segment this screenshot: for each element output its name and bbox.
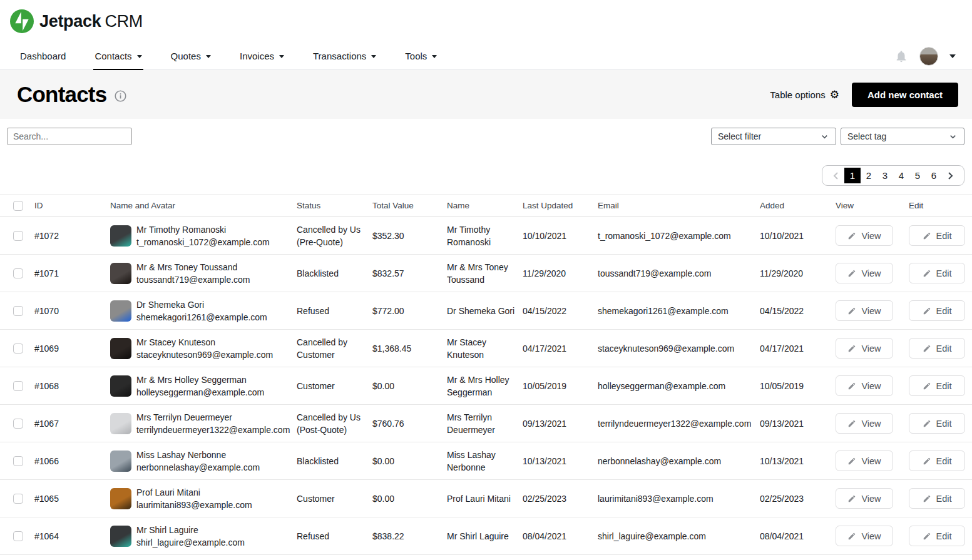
contact-last-updated: 09/13/2021	[523, 417, 598, 430]
row-checkbox[interactable]	[13, 494, 23, 504]
user-avatar[interactable]	[919, 47, 938, 66]
edit-button[interactable]: Edit	[909, 413, 965, 434]
edit-button-label: Edit	[936, 268, 952, 278]
row-checkbox[interactable]	[13, 456, 23, 466]
edit-cell: Edit	[909, 488, 972, 509]
row-checkbox[interactable]	[13, 268, 23, 278]
nav-item-label: Dashboard	[20, 51, 66, 61]
view-button[interactable]: View	[836, 225, 893, 246]
edit-button[interactable]: Edit	[909, 526, 965, 546]
notifications-bell-icon[interactable]	[894, 49, 908, 63]
contact-status: Cancelled by Customer	[297, 336, 372, 361]
contact-display-name[interactable]: Prof Lauri Mitani	[136, 486, 252, 499]
edit-button[interactable]: Edit	[909, 338, 965, 359]
contact-display-name[interactable]: Mr & Mrs Toney Toussand	[136, 261, 250, 273]
contact-email-inline[interactable]: shirl_laguire@example.com	[136, 536, 245, 549]
contact-email-inline[interactable]: toussandt719@example.com	[136, 273, 250, 286]
contact-avatar[interactable]	[110, 451, 131, 472]
row-checkbox[interactable]	[13, 381, 23, 391]
row-checkbox[interactable]	[13, 231, 23, 241]
pagination-page-3[interactable]: 3	[877, 168, 893, 183]
contact-display-name[interactable]: Mr Timothy Romanoski	[136, 223, 270, 236]
edit-button[interactable]: Edit	[909, 488, 965, 509]
contact-email-inline[interactable]: shemekagori1261@example.com	[136, 311, 267, 323]
tag-select[interactable]: Select tag	[841, 128, 964, 145]
contact-avatar[interactable]	[110, 225, 131, 247]
info-icon[interactable]	[115, 90, 126, 102]
contact-name-lines: Miss Lashay Nerbonnenerbonnelashay@examp…	[136, 449, 260, 474]
view-button[interactable]: View	[836, 526, 893, 546]
contact-email-inline[interactable]: laurimitani893@example.com	[136, 499, 252, 511]
add-new-contact-button[interactable]: Add new contact	[852, 83, 958, 107]
contact-avatar[interactable]	[110, 338, 131, 359]
contact-display-name[interactable]: Mr Stacey Knuteson	[136, 336, 273, 349]
col-header-name: Name	[447, 200, 523, 212]
view-button[interactable]: View	[836, 488, 893, 509]
contact-display-name[interactable]: Mrs Terrilyn Deuermeyer	[136, 411, 290, 424]
user-menu-caret-icon[interactable]	[949, 54, 956, 58]
jetpack-crm-logo[interactable]: JetpackCRM	[10, 9, 143, 33]
contact-email-inline[interactable]: staceyknuteson969@example.com	[136, 349, 273, 361]
contact-avatar[interactable]	[110, 526, 131, 547]
contact-email-inline[interactable]: t_romanoski_1072@example.com	[136, 236, 270, 248]
contact-total-value: $832.57	[372, 267, 447, 280]
edit-cell: Edit	[909, 263, 972, 283]
pagination-page-6[interactable]: 6	[926, 168, 942, 183]
pagination-page-2[interactable]: 2	[861, 168, 877, 183]
filter-select[interactable]: Select filter	[711, 128, 836, 145]
view-button[interactable]: View	[836, 375, 893, 396]
row-checkbox[interactable]	[13, 344, 23, 354]
contact-display-name[interactable]: Mr & Mrs Holley Seggerman	[136, 374, 264, 386]
contact-id: #1067	[34, 417, 110, 430]
contact-email-inline[interactable]: nerbonnelashay@example.com	[136, 461, 260, 474]
contact-name: Mrs Terrilyn Deuermeyer	[447, 411, 523, 436]
contact-avatar[interactable]	[110, 263, 131, 284]
contact-display-name[interactable]: Dr Shemeka Gori	[136, 298, 267, 311]
nav-item-contacts[interactable]: Contacts	[93, 43, 143, 70]
view-button[interactable]: View	[836, 263, 893, 283]
contact-name: Miss Lashay Nerbonne	[447, 449, 523, 474]
edit-button[interactable]: Edit	[909, 375, 965, 396]
table-options-button[interactable]: Table options ⚙	[770, 89, 839, 100]
contact-display-name[interactable]: Mr Shirl Laguire	[136, 524, 245, 536]
edit-button[interactable]: Edit	[909, 225, 965, 246]
view-button-label: View	[861, 419, 881, 429]
contact-total-value: $352.30	[372, 230, 447, 242]
row-checkbox[interactable]	[13, 419, 23, 429]
pencil-icon	[847, 307, 856, 315]
edit-button[interactable]: Edit	[909, 451, 965, 471]
contact-display-name[interactable]: Miss Lashay Nerbonne	[136, 449, 260, 461]
pagination-page-4[interactable]: 4	[893, 168, 909, 183]
contact-email-inline[interactable]: holleyseggerman@example.com	[136, 386, 264, 399]
contact-avatar[interactable]	[110, 375, 131, 397]
nav-item-invoices[interactable]: Invoices	[238, 43, 285, 69]
pagination-page-5[interactable]: 5	[909, 168, 926, 183]
chevron-down-icon	[137, 55, 142, 58]
nav-item-quotes[interactable]: Quotes	[170, 43, 212, 69]
contact-avatar[interactable]	[110, 413, 131, 434]
contact-avatar[interactable]	[110, 488, 131, 509]
contact-avatar[interactable]	[110, 300, 131, 322]
select-all-checkbox[interactable]	[13, 201, 23, 211]
edit-button[interactable]: Edit	[909, 300, 965, 321]
pagination-prev-icon[interactable]	[828, 168, 844, 183]
nav-item-dashboard[interactable]: Dashboard	[19, 43, 67, 69]
table-body: #1072Mr Timothy Romanoskit_romanoski_107…	[0, 217, 972, 555]
view-button[interactable]: View	[836, 300, 893, 321]
row-checkbox[interactable]	[13, 306, 23, 316]
row-checkbox[interactable]	[13, 531, 23, 541]
nav-item-transactions[interactable]: Transactions	[312, 43, 377, 69]
view-button[interactable]: View	[836, 451, 893, 471]
contact-name-avatar-cell: Mr Timothy Romanoskit_romanoski_1072@exa…	[110, 223, 297, 248]
nav-item-tools[interactable]: Tools	[404, 43, 438, 69]
edit-button[interactable]: Edit	[909, 263, 965, 283]
pagination-next-icon[interactable]	[942, 168, 958, 183]
contact-added: 10/13/2021	[760, 455, 836, 467]
search-input[interactable]	[7, 128, 132, 145]
contact-email-inline[interactable]: terrilyndeuermeyer1322@example.com	[136, 424, 290, 436]
contact-name-lines: Mrs Terrilyn Deuermeyerterrilyndeuermeye…	[136, 411, 290, 436]
view-button[interactable]: View	[836, 338, 893, 359]
pagination-page-1[interactable]: 1	[844, 168, 861, 183]
view-button[interactable]: View	[836, 413, 893, 434]
view-cell: View	[836, 263, 909, 283]
